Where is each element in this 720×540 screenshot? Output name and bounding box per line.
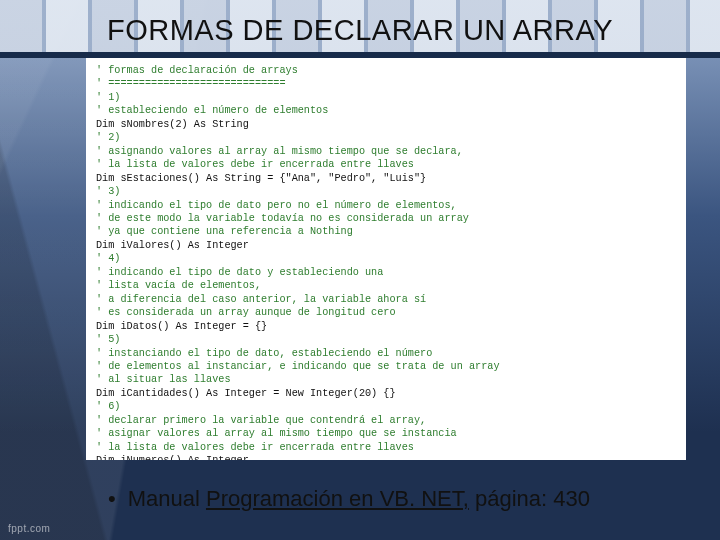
code-statement-line: Dim iCantidades() As Integer = New Integ… [96,388,396,399]
code-comment-line: ' la lista de valores debe ir encerrada … [96,442,414,453]
code-comment-line: ' la lista de valores debe ir encerrada … [96,159,414,170]
reference-tail: página: 430 [469,486,590,511]
footer-logo: fppt.com [8,523,50,534]
code-comment-line: ' instanciando el tipo de dato, establec… [96,348,432,359]
code-comment-line: ' indicando el tipo de dato y establecie… [96,267,383,278]
reference-lead: Manual [128,486,206,511]
code-comment-line: ' al situar las llaves [96,374,231,385]
code-statement-line: Dim iDatos() As Integer = {} [96,321,267,332]
code-statement-line: Dim sNombres(2) As String [96,119,249,130]
code-statement-line: Dim iValores() As Integer [96,240,249,251]
code-block-card: ' formas de declaración de arrays ' ====… [86,58,686,460]
code-comment-line: ' 2) [96,132,120,143]
code-comment-line: ' indicando el tipo de dato pero no el n… [96,200,457,211]
code-comment-line: ' ============================= [96,78,286,89]
code-comment-line: ' de este modo la variable todavía no es… [96,213,469,224]
code-comment-line: ' 3) [96,186,120,197]
code-statement-line: Dim sEstaciones() As String = {"Ana", "P… [96,173,426,184]
code-comment-line: ' formas de declaración de arrays [96,65,298,76]
code-comment-line: ' asignar valores al array al mismo tiem… [96,428,457,439]
code-comment-line: ' 6) [96,401,120,412]
code-comment-line: ' de elementos al instanciar, e indicand… [96,361,500,372]
code-comment-line: ' 5) [96,334,120,345]
code-comment-line: ' declarar primero la variable que conte… [96,415,426,426]
code-comment-line: ' asignando valores al array al mismo ti… [96,146,463,157]
code-statement-line: Dim iNumeros() As Integer [96,455,249,460]
page-title: FORMAS DE DECLARAR UN ARRAY [0,14,720,47]
code-comment-line: ' es considerada un array aunque de long… [96,307,396,318]
code-comment-line: ' estableciendo el número de elementos [96,105,328,116]
code-comment-line: ' 4) [96,253,120,264]
code-comment-line: ' lista vacía de elementos, [96,280,261,291]
reference-text: Manual Programación en VB. NET, página: … [128,486,590,512]
code-block: ' formas de declaración de arrays ' ====… [96,64,676,460]
code-comment-line: ' ya que contiene una referencia a Nothi… [96,226,353,237]
code-comment-line: ' 1) [96,92,120,103]
bullet-dot-icon: • [108,488,116,510]
reference-link[interactable]: Programación en VB. NET, [206,486,469,511]
code-comment-line: ' a diferencia del caso anterior, la var… [96,294,426,305]
reference-bullet: • Manual Programación en VB. NET, página… [108,486,680,512]
